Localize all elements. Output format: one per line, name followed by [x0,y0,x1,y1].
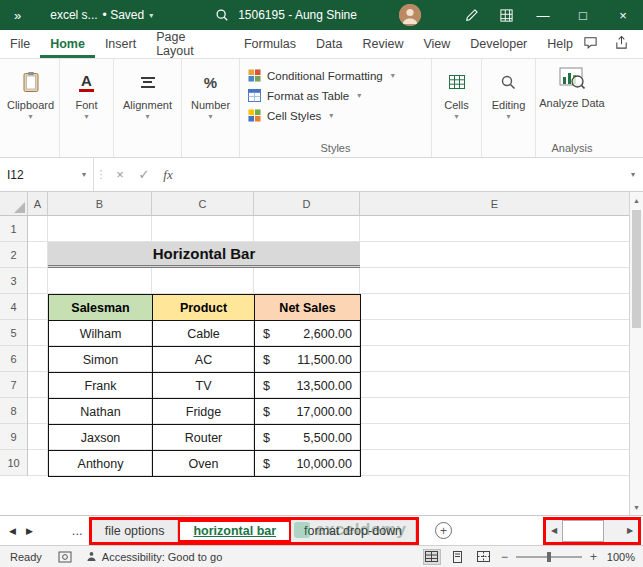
editing-group-button[interactable]: Editing ▾ [482,59,536,157]
zoom-level[interactable]: 100% [605,551,635,563]
comments-icon[interactable] [583,35,598,53]
net-sales-cell[interactable]: $11,500.00 [255,347,361,373]
cells-group-button[interactable]: Cells ▾ [432,59,482,157]
column-header-c[interactable]: C [152,192,254,215]
product-cell[interactable]: TV [153,373,255,399]
format-as-table-button[interactable]: Format as Table ▾ [248,86,423,106]
row-header[interactable]: 4 [0,294,27,320]
header-product[interactable]: Product [153,295,255,321]
name-box[interactable]: I12 ▾ [0,158,94,191]
tab-data[interactable]: Data [306,30,352,58]
tab-home[interactable]: Home [40,30,95,58]
analyze-data-button[interactable] [559,66,585,94]
worksheet-grid[interactable]: 1 2 3 4 5 6 7 8 9 10 Horizontal Bar Sale… [0,216,629,515]
accessibility-status[interactable]: Accessibility: Good to go [86,551,222,563]
insert-function-button[interactable]: fx [156,158,180,191]
page-break-view-icon[interactable] [475,549,493,565]
sheet-tab-format-drop-down[interactable]: format drop-down [291,520,416,542]
row-header[interactable]: 2 [0,242,27,268]
search-box[interactable]: 1506195 - Aung Shine [215,8,357,22]
salesman-cell[interactable]: Wilham [49,321,153,347]
net-sales-cell[interactable]: $5,500.00 [255,425,361,451]
scroll-left-icon[interactable]: ◀ [546,526,562,535]
pencil-icon[interactable] [455,0,489,30]
salesman-cell[interactable]: Frank [49,373,153,399]
header-salesman[interactable]: Salesman [49,295,153,321]
zoom-in-button[interactable]: + [590,550,597,564]
product-cell[interactable]: AC [153,347,255,373]
scroll-down-icon[interactable]: ▼ [630,499,643,515]
salesman-cell[interactable]: Jaxson [49,425,153,451]
conditional-formatting-button[interactable]: Conditional Formatting ▾ [248,66,423,86]
salesman-cell[interactable]: Nathan [49,399,153,425]
tab-developer[interactable]: Developer [460,30,537,58]
macro-record-icon[interactable] [58,551,72,563]
product-cell[interactable]: Cable [153,321,255,347]
tab-page-layout[interactable]: Page Layout [146,30,234,58]
select-all-button[interactable] [0,192,28,215]
ribbon-display-options-icon[interactable] [489,0,523,30]
formula-bar-expand-icon[interactable]: ▾ [623,158,643,191]
vertical-scrollbar[interactable]: ▲ ▼ [629,192,643,515]
cancel-button[interactable]: × [108,158,132,191]
product-cell[interactable]: Fridge [153,399,255,425]
column-header-d[interactable]: D [254,192,360,215]
minimize-button[interactable]: — [523,0,563,30]
row-header[interactable]: 9 [0,424,27,450]
file-name-saved-status[interactable]: excel s... • Saved ▾ [50,8,153,22]
header-net-sales[interactable]: Net Sales [255,295,361,321]
sheet-title-cell[interactable]: Horizontal Bar [48,242,360,268]
row-header[interactable]: 8 [0,398,27,424]
tab-formulas[interactable]: Formulas [234,30,306,58]
net-sales-cell[interactable]: $10,000.00 [255,451,361,477]
tab-view[interactable]: View [413,30,460,58]
close-button[interactable]: × [603,0,643,30]
clipboard-group-button[interactable]: Clipboard ▾ [2,59,60,157]
product-cell[interactable]: Oven [153,451,255,477]
column-header-b[interactable]: B [48,192,152,215]
normal-view-icon[interactable] [423,549,441,565]
net-sales-cell[interactable]: $17,000.00 [255,399,361,425]
alignment-group-button[interactable]: Alignment ▾ [114,59,182,157]
tab-insert[interactable]: Insert [95,30,146,58]
net-sales-cell[interactable]: $13,500.00 [255,373,361,399]
row-header[interactable]: 10 [0,450,27,476]
net-sales-cell[interactable]: $2,600.00 [255,321,361,347]
zoom-out-button[interactable]: − [501,550,508,564]
share-icon[interactable] [614,35,629,53]
salesman-cell[interactable]: Anthony [49,451,153,477]
column-header-a[interactable]: A [28,192,48,215]
page-layout-view-icon[interactable] [449,549,467,565]
scrollbar-thumb[interactable] [632,210,641,328]
sheet-prev-icon[interactable]: ◀ [9,526,16,536]
enter-button[interactable]: ✓ [132,158,156,191]
maximize-button[interactable]: □ [563,0,603,30]
tab-file[interactable]: File [0,30,40,58]
sheet-next-icon[interactable]: ▶ [26,526,33,536]
salesman-cell[interactable]: Simon [49,347,153,373]
font-group-button[interactable]: A Font ▾ [60,59,114,157]
zoom-slider[interactable] [516,556,582,558]
formula-input[interactable] [180,158,623,191]
scroll-up-icon[interactable]: ▲ [630,192,643,208]
cell-styles-button[interactable]: Cell Styles ▾ [248,106,423,126]
number-group-button[interactable]: % Number ▾ [182,59,240,157]
scrollbar-thumb[interactable] [562,520,604,542]
quick-access-overflow-icon[interactable]: » [14,8,20,23]
row-header[interactable]: 5 [0,320,27,346]
tab-help[interactable]: Help [537,30,583,58]
formula-bar-resize-handle[interactable]: ⋮ [94,158,108,191]
column-header-e[interactable]: E [360,192,629,215]
row-header[interactable]: 7 [0,372,27,398]
sheet-tab-file-options[interactable]: file options [92,520,179,542]
sheet-tab-horizontal-bar[interactable]: horizontal bar [178,520,291,542]
row-header[interactable]: 6 [0,346,27,372]
new-sheet-button[interactable]: + [435,522,452,539]
row-header[interactable]: 1 [0,216,27,242]
scroll-right-icon[interactable]: ▶ [622,526,638,535]
sheet-tab-overflow[interactable]: ... [72,523,83,538]
tab-review[interactable]: Review [352,30,413,58]
horizontal-scrollbar[interactable] [562,520,622,542]
row-header[interactable]: 3 [0,268,27,294]
product-cell[interactable]: Router [153,425,255,451]
